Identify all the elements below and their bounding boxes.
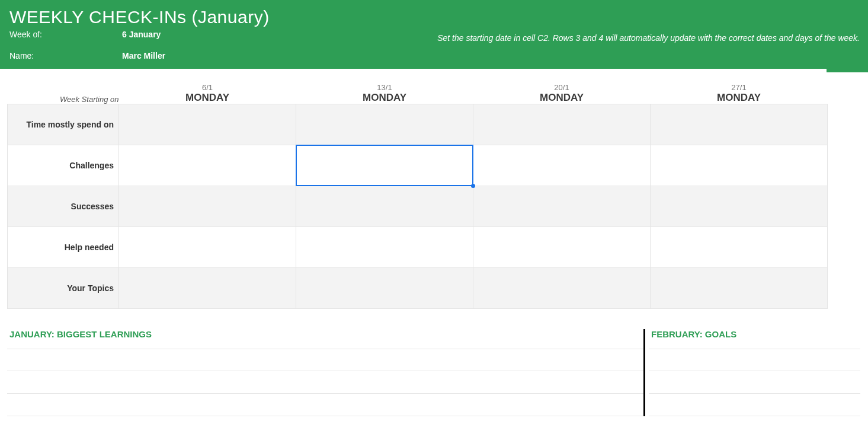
selected-cell[interactable] <box>296 145 473 186</box>
col-day: MONDAY <box>119 92 296 104</box>
col-date: 27/1 <box>651 83 828 92</box>
cell[interactable] <box>473 145 651 186</box>
decorative-notch <box>827 69 868 72</box>
col-day: MONDAY <box>651 92 828 104</box>
row-label: Your Topics <box>8 268 119 309</box>
week-starting-label: Week Starting on <box>8 92 119 104</box>
name-value[interactable]: Marc Miller <box>122 51 165 60</box>
dates-row: 6/1 13/1 20/1 27/1 <box>8 83 828 92</box>
learnings-lines <box>7 349 643 416</box>
table-row: Successes <box>8 186 828 227</box>
blank-line[interactable] <box>649 349 860 371</box>
table-row: Time mostly spend on <box>8 104 828 145</box>
cell[interactable] <box>296 104 473 145</box>
goals-lines <box>649 349 860 416</box>
blank-line[interactable] <box>7 349 643 371</box>
blank-line[interactable] <box>7 371 643 394</box>
header-instruction: Set the starting date in cell C2. Rows 3… <box>437 33 860 43</box>
cell[interactable] <box>473 186 651 227</box>
cell[interactable] <box>651 145 828 186</box>
cell[interactable] <box>651 227 828 268</box>
col-day: MONDAY <box>473 92 651 104</box>
cell[interactable] <box>119 268 296 309</box>
week-of-label: Week of: <box>9 30 122 39</box>
learnings-section: JANUARY: BIGGEST LEARNINGS <box>7 329 643 416</box>
name-row: Name: Marc Miller <box>9 51 859 60</box>
learnings-title: JANUARY: BIGGEST LEARNINGS <box>7 329 643 349</box>
cell[interactable] <box>651 186 828 227</box>
table-row: Your Topics <box>8 268 828 309</box>
goals-section: FEBRUARY: GOALS <box>649 329 860 416</box>
page-title: WEEKLY CHECK-INs (January) <box>9 7 859 27</box>
cell[interactable] <box>119 145 296 186</box>
col-date: 20/1 <box>473 83 651 92</box>
table-row: Challenges <box>8 145 828 186</box>
col-day: MONDAY <box>296 92 473 104</box>
cell[interactable] <box>119 227 296 268</box>
table-row: Help needed <box>8 227 828 268</box>
col-date: 13/1 <box>296 83 473 92</box>
blank-line[interactable] <box>7 394 643 416</box>
cell[interactable] <box>473 104 651 145</box>
cell[interactable] <box>296 227 473 268</box>
row-label: Help needed <box>8 227 119 268</box>
row-label: Time mostly spend on <box>8 104 119 145</box>
week-of-value[interactable]: 6 January <box>122 30 161 39</box>
goals-title: FEBRUARY: GOALS <box>649 329 860 349</box>
row-label: Challenges <box>8 145 119 186</box>
daynames-row: Week Starting on MONDAY MONDAY MONDAY MO… <box>8 92 828 104</box>
bottom-sections: JANUARY: BIGGEST LEARNINGS FEBRUARY: GOA… <box>7 329 860 416</box>
row-label: Successes <box>8 186 119 227</box>
checkin-table: 6/1 13/1 20/1 27/1 Week Starting on MOND… <box>7 83 828 309</box>
vertical-divider <box>643 329 645 416</box>
cell[interactable] <box>651 268 828 309</box>
name-label: Name: <box>9 51 122 60</box>
blank-line[interactable] <box>649 394 860 416</box>
cell[interactable] <box>296 186 473 227</box>
selection-handle-icon[interactable] <box>471 184 475 188</box>
cell[interactable] <box>296 268 473 309</box>
cell[interactable] <box>651 104 828 145</box>
cell[interactable] <box>119 186 296 227</box>
header-band: WEEKLY CHECK-INs (January) Week of: 6 Ja… <box>0 0 868 69</box>
blank-line[interactable] <box>649 371 860 394</box>
col-date: 6/1 <box>119 83 296 92</box>
cell[interactable] <box>473 227 651 268</box>
cell[interactable] <box>119 104 296 145</box>
cell[interactable] <box>473 268 651 309</box>
